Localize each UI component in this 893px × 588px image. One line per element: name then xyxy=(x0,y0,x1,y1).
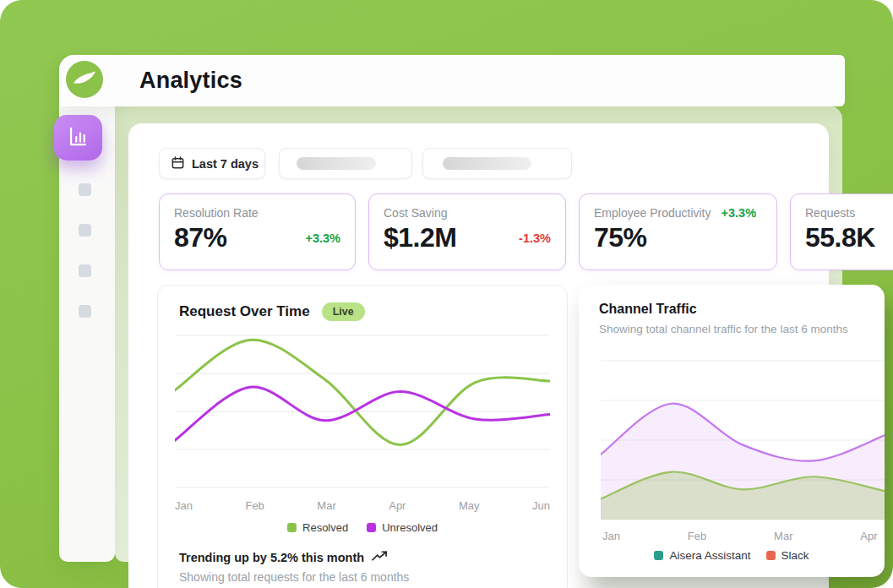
stat-card-resolution-rate: Resolution Rate 87% +3.3% xyxy=(159,193,356,270)
stat-label: Employee Productivity xyxy=(594,206,711,220)
skeleton-pill xyxy=(297,157,376,170)
sidebar-item-placeholder-3[interactable] xyxy=(79,264,91,277)
unresolved-swatch xyxy=(367,523,376,532)
stat-card-cost-saving: Cost Saving $1.2M -1.3% xyxy=(368,193,566,270)
sidebar-item-analytics[interactable] xyxy=(54,115,102,161)
chart-footer: Trending up by 5.2% this month Showing t… xyxy=(175,550,550,584)
sidebar-item-placeholder-1[interactable] xyxy=(79,183,91,196)
stat-label: Requests xyxy=(805,206,893,220)
trending-up-icon xyxy=(372,550,388,564)
chart-legend: Resolved Unresolved xyxy=(175,521,550,534)
page-header: Analytics xyxy=(59,55,845,106)
stat-delta: -1.3% xyxy=(519,231,551,245)
x-axis-labels: JanFeb MarApr MayJun xyxy=(175,499,550,512)
chart-subtext: Showing total requests for the last 6 mo… xyxy=(179,570,550,584)
bar-chart-icon xyxy=(67,125,90,151)
sidebar-item-placeholder-4[interactable] xyxy=(79,305,91,318)
aisera-assistant-swatch xyxy=(654,551,663,560)
filter-placeholder-button-2[interactable] xyxy=(422,148,572,179)
stat-card-employee-productivity: Employee Productivity +3.3% 75% xyxy=(579,193,777,270)
stat-value: 75% xyxy=(594,222,647,253)
slack-swatch xyxy=(766,551,776,560)
channel-traffic-chart xyxy=(601,356,885,525)
stat-label: Resolution Rate xyxy=(174,206,340,220)
x-axis-labels: JanFeb MarApr May xyxy=(602,530,885,542)
skeleton-pill xyxy=(443,157,531,170)
main-content-card: Last 7 days Resolution Rate 87% +3.3% Co… xyxy=(128,123,829,588)
sidebar-item-placeholder-2[interactable] xyxy=(79,224,91,237)
chart-legend: Aisera Assistant Slack xyxy=(579,549,885,562)
filter-placeholder-button-1[interactable] xyxy=(279,148,412,179)
resolved-swatch xyxy=(287,523,297,532)
stat-delta: +3.3% xyxy=(305,231,340,245)
date-range-label: Last 7 days xyxy=(192,157,259,171)
stat-card-requests: Requests 55.8K xyxy=(790,193,893,270)
page-title: Analytics xyxy=(139,68,242,94)
aisera-leaf-logo xyxy=(66,61,103,98)
chart-title: Request Over Time xyxy=(179,303,310,320)
stat-value: $1.2M xyxy=(384,222,456,253)
channel-traffic-card: Channel Traffic Showing total channel tr… xyxy=(579,285,885,577)
app-window: Analytics Last 7 days Resolution Rate 87… xyxy=(0,0,893,588)
calendar-icon xyxy=(171,155,185,172)
stat-label: Cost Saving xyxy=(384,206,551,220)
stat-value: 87% xyxy=(174,222,227,253)
stat-delta: +3.3% xyxy=(721,206,757,220)
sidebar xyxy=(59,55,115,562)
trend-summary: Trending up by 5.2% this month xyxy=(179,551,364,564)
date-range-button[interactable]: Last 7 days xyxy=(159,148,265,179)
request-over-time-chart xyxy=(175,329,550,493)
request-over-time-card: Request Over Time Live JanFeb MarApr May… xyxy=(157,285,568,588)
stat-value: 55.8K xyxy=(805,222,875,253)
live-badge: Live xyxy=(322,302,365,321)
chart-title: Channel Traffic xyxy=(579,302,885,317)
chart-subtitle: Showing total channel traffic for the la… xyxy=(579,321,873,337)
